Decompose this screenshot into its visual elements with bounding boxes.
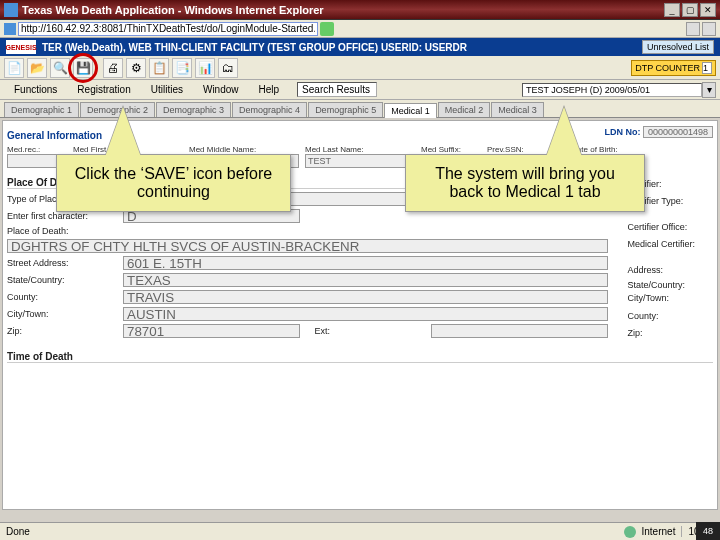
tool4-icon[interactable]: 📊	[195, 58, 215, 78]
tool3-icon[interactable]: 📑	[172, 58, 192, 78]
search-icon[interactable]: 🔍	[50, 58, 70, 78]
dtp-label: DTP COUNTER	[635, 63, 700, 73]
dtp-counter: DTP COUNTER	[631, 60, 716, 76]
tab-medical1[interactable]: Medical 1	[384, 103, 437, 118]
page-tools-button[interactable]	[686, 22, 700, 36]
pod-place-select[interactable]	[7, 239, 608, 253]
tools-button[interactable]	[702, 22, 716, 36]
toolbar: 📄 📂 🔍 💾 🖨 ⚙ 📋 📑 📊 🗂 DTP COUNTER	[0, 56, 720, 80]
tab-medical3[interactable]: Medical 3	[491, 102, 544, 117]
close-button[interactable]: ✕	[700, 3, 716, 17]
tab-demo1[interactable]: Demographic 1	[4, 102, 79, 117]
callout-save: Click the ‘SAVE’ icon before continuing	[56, 154, 291, 212]
pod-zip-input[interactable]	[123, 324, 300, 338]
slide-counter: 48	[696, 522, 720, 540]
menu-bar: Functions Registration Utilities Window …	[0, 80, 720, 100]
window-controls: _ ▢ ✕	[664, 3, 716, 17]
tab-medical2[interactable]: Medical 2	[438, 102, 491, 117]
url-input[interactable]	[18, 22, 318, 36]
tab-demo3[interactable]: Demographic 3	[156, 102, 231, 117]
medlast-input[interactable]	[305, 154, 415, 168]
dtp-value[interactable]	[702, 62, 712, 74]
favicon-icon	[4, 23, 16, 35]
general-info-title: General Information	[7, 130, 598, 141]
pod-state-input[interactable]	[123, 273, 608, 287]
menu-help[interactable]: Help	[249, 84, 290, 95]
unresolved-list-button[interactable]: Unresolved List	[642, 40, 714, 54]
app-header: GENESIS TER (Web.Death), WEB THIN-CLIENT…	[0, 38, 720, 56]
ie-icon	[4, 3, 18, 17]
tool1-icon[interactable]: ⚙	[126, 58, 146, 78]
pod-city-input[interactable]	[123, 307, 608, 321]
pod-county-input[interactable]	[123, 290, 608, 304]
menu-window[interactable]: Window	[193, 84, 249, 95]
print-icon[interactable]: 🖨	[103, 58, 123, 78]
menu-registration[interactable]: Registration	[67, 84, 140, 95]
status-bar: Done Internet 100%	[0, 522, 720, 540]
ldn-field: LDN No: 000000001498	[604, 127, 713, 143]
address-bar	[0, 20, 720, 38]
save-icon[interactable]: 💾	[73, 58, 93, 78]
app-title: TER (Web.Death), WEB THIN-CLIENT FACILIT…	[42, 42, 467, 53]
browser-titlebar: Texas Web Death Application - Windows In…	[0, 0, 720, 20]
open-icon[interactable]: 📂	[27, 58, 47, 78]
highlight-circle	[68, 53, 98, 83]
tab-demo4[interactable]: Demographic 4	[232, 102, 307, 117]
app-logo: GENESIS	[6, 40, 36, 54]
minimize-button[interactable]: _	[664, 3, 680, 17]
new-icon[interactable]: 📄	[4, 58, 24, 78]
tab-demo5[interactable]: Demographic 5	[308, 102, 383, 117]
tool5-icon[interactable]: 🗂	[218, 58, 238, 78]
zone-label: Internet	[642, 526, 676, 537]
refresh-button[interactable]	[320, 22, 334, 36]
maximize-button[interactable]: ▢	[682, 3, 698, 17]
time-of-death-title: Time of Death	[7, 351, 713, 363]
tool2-icon[interactable]: 📋	[149, 58, 169, 78]
search-results-label: Search Results	[297, 82, 377, 97]
menu-utilities[interactable]: Utilities	[141, 84, 193, 95]
record-dropdown-button[interactable]: ▾	[702, 82, 716, 98]
menu-functions[interactable]: Functions	[4, 84, 67, 95]
pod-ext-input[interactable]	[431, 324, 608, 338]
pod-street-input[interactable]	[123, 256, 608, 270]
window-title: Texas Web Death Application - Windows In…	[22, 4, 664, 16]
internet-zone-icon	[624, 526, 636, 538]
callout-medical1: The system will bring you back to Medica…	[405, 154, 645, 212]
record-name-field[interactable]: TEST JOSEPH (D) 2009/05/01	[522, 83, 702, 97]
status-done: Done	[6, 526, 30, 537]
